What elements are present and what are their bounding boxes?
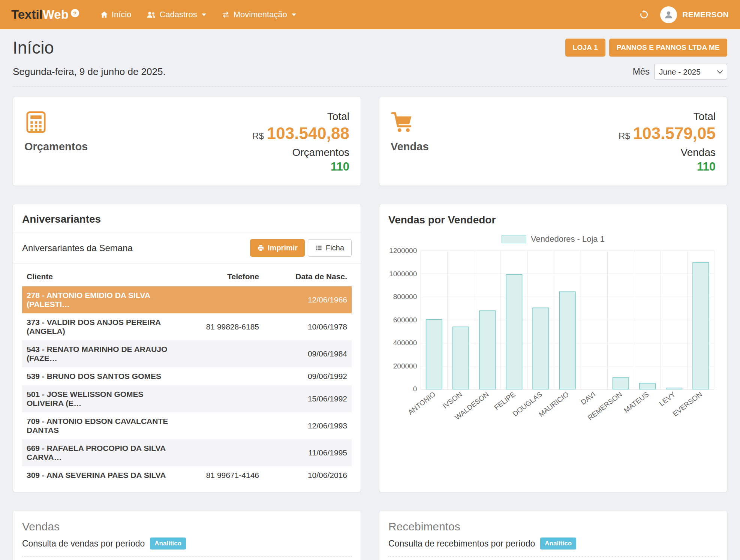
ficha-button[interactable]: Ficha	[308, 239, 352, 257]
nav-inicio-label: Início	[112, 10, 132, 19]
cart-icon	[391, 111, 414, 134]
count-label: Vendas	[619, 147, 716, 159]
aniversariantes-card: Aniversariantes Aniversariantes da Seman…	[13, 204, 361, 492]
bottom-card-title: Recebimentos	[388, 520, 718, 533]
brand-web: Web	[43, 7, 69, 22]
table-row[interactable]: 543 - RENATO MARINHO DE ARAUJO (FAZE…09/…	[22, 340, 352, 367]
refresh-button[interactable]	[639, 10, 649, 19]
app-logo[interactable]: TextilWeb ?	[11, 7, 79, 22]
svg-text:800000: 800000	[393, 293, 417, 301]
chart-bar	[559, 292, 575, 389]
month-label: Mês	[633, 66, 650, 77]
brand-textil: Textil	[11, 7, 43, 22]
svg-text:1000000: 1000000	[389, 270, 417, 278]
nav-movimentacao[interactable]: Movimentação	[221, 10, 296, 19]
chart-bar	[640, 383, 656, 389]
bottom-card-title: Vendas	[22, 520, 352, 533]
caret-down-icon	[292, 13, 296, 16]
table-row[interactable]: 669 - RAFAELA PROCOPIO DA SILVA CARVA…11…	[22, 439, 352, 466]
phone-cell	[179, 340, 264, 367]
imprimir-button[interactable]: Imprimir	[250, 239, 305, 257]
chart-bar	[426, 319, 442, 389]
svg-text:ANTONIO: ANTONIO	[406, 390, 437, 416]
imprimir-label: Imprimir	[268, 244, 298, 252]
client-cell: 539 - BRUNO DOS SANTOS GOMES	[22, 367, 179, 385]
table-row[interactable]: 539 - BRUNO DOS SANTOS GOMES09/06/1992	[22, 367, 352, 385]
total-amount: 103.579,05	[633, 124, 716, 143]
table-row[interactable]: 709 - ANTONIO EDSON CAVALCANTE DANTAS12/…	[22, 412, 352, 439]
header-divider	[13, 86, 727, 87]
chart-bar	[453, 327, 469, 389]
analitico-badge: Analítico	[540, 538, 576, 550]
main-navigation: Início Cadastros Movimentação	[100, 10, 296, 19]
store-button[interactable]: LOJA 1	[565, 39, 605, 57]
nav-cadastros[interactable]: Cadastros	[146, 10, 206, 19]
nav-cadastros-label: Cadastros	[159, 10, 197, 19]
avatar	[660, 6, 677, 23]
count-value: 110	[619, 160, 716, 174]
birthdate-cell: 10/06/1978	[264, 313, 352, 340]
vendas-por-vendedor-card: Vendas por Vendedor Vendedores - Loja 1 …	[379, 204, 727, 492]
card-divider	[388, 556, 718, 557]
page-title: Início	[13, 37, 54, 58]
birthdate-cell: 12/06/1966	[264, 286, 352, 314]
printer-icon	[257, 244, 264, 252]
username: REMERSON	[682, 10, 729, 19]
table-row[interactable]: 501 - JOSE WELISSON GOMES OLIVEIRA (E…15…	[22, 385, 352, 412]
chart-bar	[533, 308, 549, 389]
person-icon	[664, 10, 674, 20]
table-row[interactable]: 278 - ANTONIO EMIDIO DA SILVA (PALESTI…1…	[22, 286, 352, 314]
chart-bar	[613, 377, 629, 389]
phone-cell	[179, 367, 264, 385]
phone-cell: 81 99828-6185	[179, 313, 264, 340]
client-cell: 709 - ANTONIO EDSON CAVALCANTE DANTAS	[22, 412, 179, 439]
svg-text:MATEUS: MATEUS	[622, 390, 650, 415]
svg-text:1200000: 1200000	[389, 247, 417, 255]
table-row[interactable]: 373 - VALDIR DOS ANJOS PEREIRA (ANGELA)8…	[22, 313, 352, 340]
sales-bar-chart: 020000040000060000080000010000001200000A…	[388, 246, 719, 425]
svg-text:0: 0	[413, 385, 417, 393]
caret-down-icon	[202, 13, 206, 16]
svg-text:DAVI: DAVI	[579, 390, 597, 406]
svg-text:LEVY: LEVY	[658, 390, 677, 408]
birthdate-cell: 12/06/1993	[264, 412, 352, 439]
phone-cell: 81 99671-4146	[179, 466, 264, 484]
client-cell: 309 - ANA SEVERINA PAES DA SILVA	[22, 466, 179, 484]
svg-text:600000: 600000	[393, 316, 417, 324]
column-header-telefone: Telefone	[179, 266, 264, 286]
svg-text:EVERSON: EVERSON	[671, 390, 703, 418]
table-row[interactable]: 309 - ANA SEVERINA PAES DA SILVA81 99671…	[22, 466, 352, 484]
users-icon	[146, 10, 156, 19]
aniversariantes-subtitle: Aniversariantes da Semana	[22, 243, 133, 253]
help-icon[interactable]: ?	[71, 9, 79, 17]
chart-bar	[666, 388, 682, 389]
summary-name: Vendas	[391, 141, 429, 153]
svg-text:400000: 400000	[393, 339, 417, 347]
column-header-data-nasc: Data de Nasc.	[264, 266, 352, 286]
ficha-label: Ficha	[326, 244, 344, 252]
client-cell: 373 - VALDIR DOS ANJOS PEREIRA (ANGELA)	[22, 313, 179, 340]
total-amount: 103.540,88	[267, 124, 349, 143]
navbar-right: REMERSON	[639, 6, 729, 23]
column-header-cliente: Cliente	[22, 266, 179, 286]
chart-bar	[506, 274, 522, 389]
count-label: Orçamentos	[252, 147, 349, 159]
nav-inicio[interactable]: Início	[100, 10, 132, 19]
month-select[interactable]: June - 2025	[654, 64, 727, 79]
user-menu[interactable]: REMERSON	[660, 6, 729, 23]
birthday-table-body: 278 - ANTONIO EMIDIO DA SILVA (PALESTI…1…	[22, 286, 352, 485]
birthdate-cell: 11/06/1995	[264, 439, 352, 466]
count-value: 110	[252, 160, 349, 174]
bottom-card-description: Consulta de vendas por período	[22, 539, 145, 549]
chart-bar	[479, 311, 496, 389]
svg-text:FELIPE: FELIPE	[493, 390, 517, 412]
svg-text:MAURICIO: MAURICIO	[537, 390, 570, 418]
company-button[interactable]: PANNOS E PANNOS LTDA ME	[609, 39, 727, 57]
total-label: Total	[252, 111, 349, 123]
main-content: Início LOJA 1 PANNOS E PANNOS LTDA ME Se…	[0, 29, 740, 560]
phone-cell	[179, 385, 264, 412]
currency-symbol: R$	[619, 131, 630, 141]
client-cell: 278 - ANTONIO EMIDIO DA SILVA (PALESTI…	[22, 286, 179, 314]
analitico-badge: Analítico	[150, 538, 186, 550]
birthdate-cell: 10/06/2016	[264, 466, 352, 484]
